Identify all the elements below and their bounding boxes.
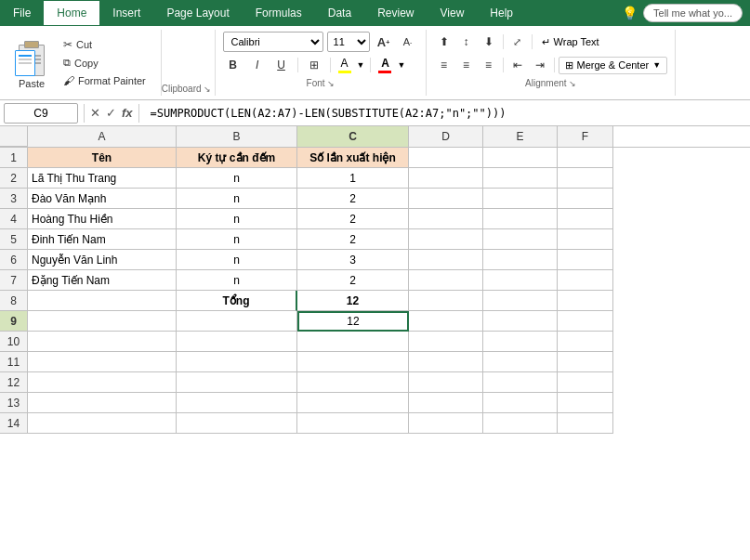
cell-f3[interactable] <box>558 189 613 209</box>
cell-a11[interactable] <box>28 352 177 372</box>
font-face-select[interactable]: Calibri <box>223 32 323 52</box>
cell-e1[interactable] <box>483 148 558 168</box>
cell-e7[interactable] <box>483 270 558 291</box>
tab-help[interactable]: Help <box>477 1 526 25</box>
merge-dropdown-icon[interactable]: ▼ <box>652 60 661 70</box>
cell-d9[interactable] <box>409 311 483 332</box>
cell-d8[interactable] <box>409 291 483 311</box>
decrease-indent-button[interactable]: ⇤ <box>507 55 528 75</box>
cell-f6[interactable] <box>558 250 613 270</box>
formula-input[interactable] <box>145 103 746 124</box>
col-header-b[interactable]: B <box>177 126 297 147</box>
insert-function-button[interactable]: fx <box>122 106 133 120</box>
cell-f9[interactable] <box>558 311 613 332</box>
cell-f10[interactable] <box>558 332 613 352</box>
cell-e8[interactable] <box>483 291 558 311</box>
cell-d6[interactable] <box>409 250 483 270</box>
cell-e9[interactable] <box>483 311 558 332</box>
italic-button[interactable]: I <box>247 55 268 75</box>
cell-c2[interactable]: 1 <box>297 168 409 189</box>
tab-file[interactable]: File <box>0 1 44 25</box>
cell-c3[interactable]: 2 <box>297 189 409 209</box>
col-header-e[interactable]: E <box>483 126 558 147</box>
cell-e3[interactable] <box>483 189 558 209</box>
cell-e6[interactable] <box>483 250 558 270</box>
cell-e10[interactable] <box>483 332 558 352</box>
cell-a2[interactable]: Lã Thị Thu Trang <box>28 168 177 189</box>
cell-a9[interactable] <box>28 311 177 332</box>
col-header-a[interactable]: A <box>28 126 177 147</box>
cell-c6[interactable]: 3 <box>297 250 409 270</box>
format-painter-button[interactable]: 🖌 Format Painter <box>59 72 150 89</box>
cell-c9[interactable]: 12 <box>297 311 409 332</box>
cell-a6[interactable]: Nguyễn Văn Linh <box>28 250 177 270</box>
cell-e11[interactable] <box>483 352 558 372</box>
align-left-button[interactable]: ≡ <box>434 55 454 75</box>
cell-f1[interactable] <box>558 148 613 168</box>
cell-b2[interactable]: n <box>177 168 297 189</box>
cell-b6[interactable]: n <box>177 250 297 270</box>
font-size-select[interactable]: 11 <box>327 32 370 52</box>
cell-b12[interactable] <box>177 372 297 393</box>
cell-f11[interactable] <box>558 352 613 372</box>
cell-d11[interactable] <box>409 352 483 372</box>
cell-a8[interactable] <box>28 291 177 311</box>
tab-page-layout[interactable]: Page Layout <box>153 1 242 25</box>
cell-c1[interactable]: Số lần xuất hiện <box>297 148 409 168</box>
orientation-button[interactable]: ⤢ <box>507 32 528 52</box>
tab-formulas[interactable]: Formulas <box>243 1 315 25</box>
cell-f14[interactable] <box>558 413 613 434</box>
cell-b10[interactable] <box>177 332 297 352</box>
cell-d7[interactable] <box>409 270 483 291</box>
cell-a14[interactable] <box>28 413 177 434</box>
clipboard-expand-icon[interactable]: ↘ <box>204 85 211 94</box>
col-header-d[interactable]: D <box>409 126 483 147</box>
cell-b3[interactable]: n <box>177 189 297 209</box>
cell-f2[interactable] <box>558 168 613 189</box>
cell-b7[interactable]: n <box>177 270 297 291</box>
cell-c14[interactable] <box>297 413 409 434</box>
confirm-formula-button[interactable]: ✓ <box>106 106 116 120</box>
merge-center-button[interactable]: ⊞ Merge & Center ▼ <box>559 57 668 74</box>
font-color-button[interactable]: A <box>376 56 393 74</box>
cell-f13[interactable] <box>558 393 613 413</box>
col-header-f[interactable]: F <box>558 126 613 147</box>
cell-c11[interactable] <box>297 352 409 372</box>
cell-d1[interactable] <box>409 148 483 168</box>
tab-review[interactable]: Review <box>364 1 427 25</box>
align-right-button[interactable]: ≡ <box>479 55 499 75</box>
cell-b5[interactable]: n <box>177 229 297 250</box>
align-bottom-button[interactable]: ⬇ <box>479 32 499 52</box>
cell-a1[interactable]: Tên <box>28 148 177 168</box>
cut-button[interactable]: ✂ Cut <box>59 36 150 53</box>
cell-e4[interactable] <box>483 209 558 229</box>
tab-insert[interactable]: Insert <box>99 1 153 25</box>
cell-c7[interactable]: 2 <box>297 270 409 291</box>
name-box[interactable] <box>4 103 78 124</box>
cell-a12[interactable] <box>28 372 177 393</box>
cell-b8[interactable]: Tổng <box>177 291 297 311</box>
bold-button[interactable]: B <box>223 55 243 75</box>
tab-home[interactable]: Home <box>44 1 99 25</box>
cell-f4[interactable] <box>558 209 613 229</box>
fill-color-dropdown-icon[interactable]: ▼ <box>357 60 365 70</box>
tab-view[interactable]: View <box>428 1 478 25</box>
cell-d4[interactable] <box>409 209 483 229</box>
cell-a10[interactable] <box>28 332 177 352</box>
wrap-text-button[interactable]: ↵ Wrap Text <box>536 34 605 50</box>
cell-e14[interactable] <box>483 413 558 434</box>
fill-color-button[interactable]: A <box>336 56 353 74</box>
decrease-font-button[interactable]: A- <box>398 32 418 52</box>
cell-e13[interactable] <box>483 393 558 413</box>
paste-button[interactable]: Paste <box>7 32 56 94</box>
cell-b9[interactable] <box>177 311 297 332</box>
cell-a7[interactable]: Đặng Tiến Nam <box>28 270 177 291</box>
cell-c10[interactable] <box>297 332 409 352</box>
tell-me-box[interactable]: Tell me what yo... <box>643 4 743 22</box>
cell-d12[interactable] <box>409 372 483 393</box>
cell-d5[interactable] <box>409 229 483 250</box>
font-expand-icon[interactable]: ↘ <box>327 79 335 88</box>
copy-button[interactable]: ⧉ Copy <box>59 55 150 71</box>
cell-f12[interactable] <box>558 372 613 393</box>
cell-b4[interactable]: n <box>177 209 297 229</box>
